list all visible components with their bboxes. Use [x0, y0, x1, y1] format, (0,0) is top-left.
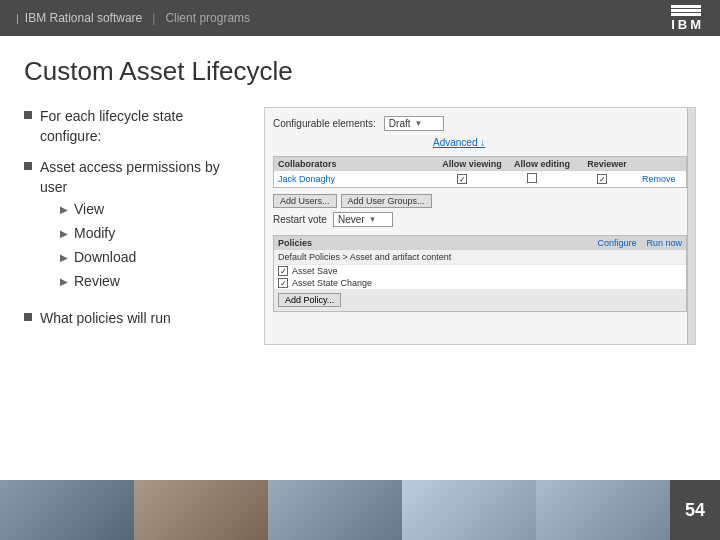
collab-col-edit: Allow editing — [512, 159, 572, 169]
sub-label-modify: Modify — [74, 225, 115, 241]
bullet-item-2: Asset access permissions by user ▶ View … — [24, 158, 244, 297]
policies-default-row: Default Policies > Asset and artifact co… — [274, 250, 686, 264]
footer-image-2 — [134, 480, 268, 540]
never-value: Never — [338, 214, 365, 225]
header: | IBM Rational software | Client program… — [0, 0, 720, 36]
bullet-section-1: For each lifecycle state configure: Asse… — [24, 107, 244, 329]
policies-actions: Configure Run now — [597, 238, 682, 248]
policies-header-label: Policies — [278, 238, 312, 248]
page-title: Custom Asset Lifecycle — [24, 56, 696, 87]
brand-line: | — [16, 12, 19, 24]
sub-bullets: ▶ View ▶ Modify ▶ Download — [60, 201, 244, 289]
sub-bullet-review: ▶ Review — [60, 273, 244, 289]
header-divider: | — [152, 11, 155, 25]
ibm-logo: IBM — [671, 5, 704, 31]
bullet-square-1 — [24, 111, 32, 119]
collaborators-header-row: Collaborators Allow viewing Allow editin… — [274, 157, 686, 171]
checkbox-view[interactable]: ✓ — [457, 174, 467, 184]
sub-bullet-view: ▶ View — [60, 201, 244, 217]
footer-image-5 — [536, 480, 670, 540]
bullet-item-3: What policies will run — [24, 309, 244, 329]
add-buttons-row: Add Users... Add User Groups... — [273, 194, 687, 208]
checkbox-asset-state[interactable]: ✓ — [278, 278, 288, 288]
footer-image-1 — [0, 480, 134, 540]
checkbox-edit[interactable] — [527, 173, 537, 183]
collaborators-section: Collaborators Allow viewing Allow editin… — [273, 156, 687, 188]
sub-arrow-1: ▶ — [60, 204, 68, 215]
sub-bullet-download: ▶ Download — [60, 249, 244, 265]
sub-arrow-2: ▶ — [60, 228, 68, 239]
policies-header-row: Policies Configure Run now — [274, 236, 686, 250]
restart-vote-label: Restart vote — [273, 214, 327, 225]
page-number: 54 — [670, 480, 720, 540]
restart-vote-row: Restart vote Never ▼ — [273, 212, 687, 227]
never-arrow: ▼ — [369, 215, 377, 224]
add-groups-button[interactable]: Add User Groups... — [341, 194, 432, 208]
asset-state-change-label: Asset State Change — [292, 278, 372, 288]
footer-image-3 — [268, 480, 402, 540]
asset-save-label: Asset Save — [292, 266, 338, 276]
checkbox-reviewer[interactable]: ✓ — [597, 174, 607, 184]
sub-label-review: Review — [74, 273, 120, 289]
configure-link[interactable]: Configure — [597, 238, 636, 248]
policy-asset-save: ✓ Asset Save — [274, 265, 686, 277]
default-policies-text: Default Policies > Asset and artifact co… — [278, 252, 451, 262]
never-select[interactable]: Never ▼ — [333, 212, 393, 227]
header-section: Client programs — [165, 11, 250, 25]
content-area: For each lifecycle state configure: Asse… — [24, 107, 696, 345]
bullet-text-3: What policies will run — [40, 309, 171, 329]
sub-arrow-4: ▶ — [60, 276, 68, 287]
sub-bullet-modify: ▶ Modify — [60, 225, 244, 241]
left-panel: For each lifecycle state configure: Asse… — [24, 107, 244, 345]
footer: 54 — [0, 480, 720, 540]
select-arrow: ▼ — [415, 119, 423, 128]
sub-label-view: View — [74, 201, 104, 217]
remove-button[interactable]: Remove — [642, 174, 682, 184]
draft-value: Draft — [389, 118, 411, 129]
draft-select[interactable]: Draft ▼ — [384, 116, 444, 131]
config-elements-row: Configurable elements: Draft ▼ — [273, 116, 687, 131]
policies-section: Policies Configure Run now Default Polic… — [273, 235, 687, 312]
run-now-link[interactable]: Run now — [646, 238, 682, 248]
collab-col-view: Allow viewing — [442, 159, 502, 169]
collab-col-remove — [642, 159, 682, 169]
right-panel: Configurable elements: Draft ▼ Advanced … — [264, 107, 696, 345]
reviewer-check[interactable]: ✓ — [572, 174, 632, 185]
collab-col-reviewer: Reviewer — [582, 159, 632, 169]
bullet-text-1: For each lifecycle state configure: — [40, 107, 244, 146]
bullet-square-2 — [24, 162, 32, 170]
footer-image-4 — [402, 480, 536, 540]
brand-name: IBM Rational software — [25, 11, 142, 25]
collaborator-row: Jack Donaghy ✓ ✓ Remove — [274, 171, 686, 187]
add-users-button[interactable]: Add Users... — [273, 194, 337, 208]
collaborator-name: Jack Donaghy — [278, 174, 422, 184]
checkbox-asset-save[interactable]: ✓ — [278, 266, 288, 276]
sub-arrow-3: ▶ — [60, 252, 68, 263]
collab-col-name: Collaborators — [278, 159, 432, 169]
sub-label-download: Download — [74, 249, 136, 265]
policy-asset-state-change: ✓ Asset State Change — [274, 277, 686, 289]
advanced-link[interactable]: Advanced ↓ — [433, 137, 687, 148]
bullet-item-1: For each lifecycle state configure: — [24, 107, 244, 146]
bullet-square-3 — [24, 313, 32, 321]
header-branding: | IBM Rational software | Client program… — [16, 11, 250, 25]
allow-editing-check[interactable] — [502, 173, 562, 185]
main-content: Custom Asset Lifecycle For each lifecycl… — [0, 36, 720, 480]
bullet-text-2: Asset access permissions by user — [40, 159, 220, 195]
scroll-bar[interactable] — [687, 108, 695, 344]
add-policy-button[interactable]: Add Policy... — [278, 293, 341, 307]
configurable-label: Configurable elements: — [273, 118, 376, 129]
allow-viewing-check[interactable]: ✓ — [432, 174, 492, 185]
bullet-item-2-content: Asset access permissions by user ▶ View … — [40, 158, 244, 297]
